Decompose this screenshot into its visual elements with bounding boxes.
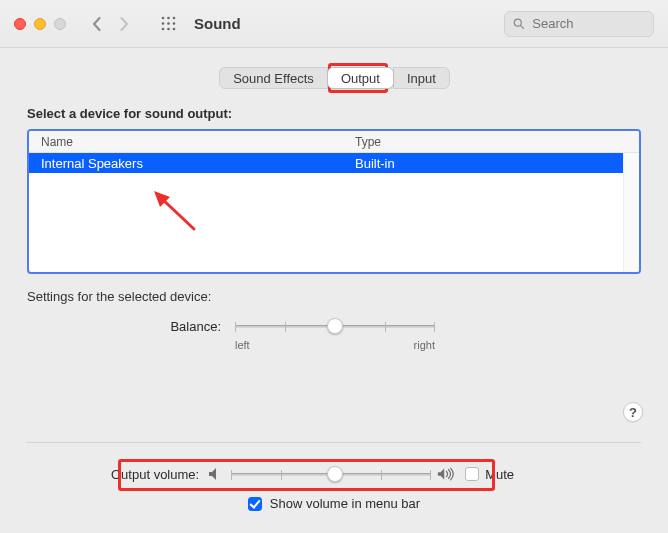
tab-input[interactable]: Input: [393, 67, 450, 89]
output-volume-slider[interactable]: [231, 464, 431, 484]
balance-endpoints: left right: [235, 339, 435, 351]
svg-point-4: [167, 22, 170, 25]
grid-icon: [161, 16, 176, 31]
show-volume-checkbox[interactable]: [248, 497, 262, 511]
tabs: Sound Effects Output Input: [219, 67, 449, 89]
svg-line-10: [520, 25, 523, 28]
svg-point-5: [172, 22, 175, 25]
column-header-name[interactable]: Name: [29, 135, 347, 149]
svg-point-1: [167, 17, 170, 20]
output-pane: Select a device for sound output: Name T…: [0, 106, 668, 351]
minimize-button[interactable]: [34, 18, 46, 30]
balance-row: Balance:: [127, 316, 641, 336]
divider: [27, 442, 641, 443]
table-header: Name Type: [29, 131, 639, 153]
window-controls: [14, 18, 66, 30]
output-volume-row: Output volume: Mute: [111, 459, 557, 489]
page-title: Sound: [194, 15, 241, 32]
close-button[interactable]: [14, 18, 26, 30]
show-volume-label: Show volume in menu bar: [270, 496, 420, 511]
titlebar: Sound: [0, 0, 668, 48]
balance-right-label: right: [414, 339, 435, 351]
search-input[interactable]: [530, 15, 645, 32]
select-device-label: Select a device for sound output:: [27, 106, 641, 121]
search-field[interactable]: [504, 11, 654, 37]
device-row-internal-speakers[interactable]: Internal Speakers Built-in: [29, 153, 639, 173]
svg-point-0: [161, 17, 164, 20]
forward-button[interactable]: [112, 12, 136, 36]
svg-point-6: [161, 28, 164, 31]
tab-sound-effects[interactable]: Sound Effects: [219, 67, 328, 89]
device-name: Internal Speakers: [29, 156, 347, 171]
balance-slider[interactable]: [235, 316, 435, 336]
balance-left-label: left: [235, 339, 250, 351]
svg-point-7: [167, 28, 170, 31]
balance-slider-knob[interactable]: [327, 318, 343, 334]
mute-checkbox-wrap[interactable]: Mute: [465, 467, 514, 482]
output-devices-table: Name Type Internal Speakers Built-in: [27, 129, 641, 274]
chevron-right-icon: [120, 17, 129, 31]
show-volume-row[interactable]: Show volume in menu bar: [0, 496, 668, 511]
device-type: Built-in: [347, 156, 639, 171]
svg-point-3: [161, 22, 164, 25]
output-volume-slider-knob[interactable]: [327, 466, 343, 482]
nav-buttons: [84, 12, 136, 36]
table-scrollbar[interactable]: [623, 153, 639, 272]
speaker-high-icon: [437, 465, 455, 483]
mute-label: Mute: [485, 467, 514, 482]
chevron-left-icon: [92, 17, 101, 31]
mute-checkbox[interactable]: [465, 467, 479, 481]
zoom-button-disabled: [54, 18, 66, 30]
tabs-row: Sound Effects Output Input: [0, 67, 668, 89]
help-button[interactable]: ?: [623, 402, 643, 422]
device-settings-label: Settings for the selected device:: [27, 289, 641, 304]
svg-point-2: [172, 17, 175, 20]
column-header-type[interactable]: Type: [347, 135, 639, 149]
back-button[interactable]: [84, 12, 108, 36]
output-volume-label: Output volume:: [111, 467, 199, 482]
search-icon: [513, 17, 524, 30]
show-all-button[interactable]: [156, 12, 180, 36]
svg-point-8: [172, 28, 175, 31]
speaker-low-icon: [207, 465, 225, 483]
tab-output[interactable]: Output: [327, 67, 394, 89]
balance-label: Balance:: [127, 319, 221, 334]
